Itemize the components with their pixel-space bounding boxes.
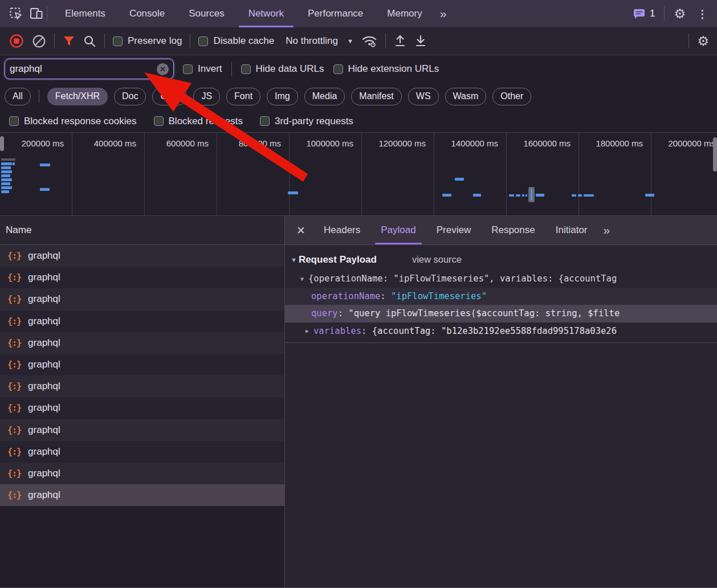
timeline-right-handle[interactable]	[713, 137, 717, 172]
json-icon: {:}	[7, 316, 21, 326]
request-row[interactable]: {:}graphql	[0, 354, 284, 375]
preserve-log-checkbox[interactable]: Preserve log	[113, 35, 182, 47]
clear-filter-icon[interactable]: ✕	[157, 63, 169, 75]
tab-memory[interactable]: Memory	[375, 0, 434, 27]
tab-elements[interactable]: Elements	[53, 0, 117, 27]
filter-chip-css[interactable]: CSS	[152, 88, 187, 105]
invert-checkbox[interactable]: Invert	[183, 63, 222, 75]
clear-network-log-icon[interactable]	[32, 34, 46, 48]
payload-row-variables[interactable]: ▶ variables: {accountTag: "b12e3b2192ee5…	[285, 322, 717, 340]
tab-initiator[interactable]: Initiator	[545, 216, 598, 244]
filter-chip-all[interactable]: All	[5, 88, 31, 105]
request-name: graphql	[28, 250, 60, 262]
blocked-response-cookies-checkbox[interactable]: Blocked response cookies	[9, 116, 137, 127]
timeline-tick: 2000000 ms	[651, 133, 717, 215]
export-har-icon[interactable]	[414, 34, 427, 48]
settings-gear-icon[interactable]: ⚙	[674, 7, 686, 21]
timeline-request-bar	[1, 166, 11, 169]
tab-network[interactable]: Network	[237, 0, 296, 27]
close-icon[interactable]: ✕	[288, 224, 313, 237]
timeline-tick: 1400000 ms	[434, 133, 507, 215]
checkbox	[183, 64, 193, 74]
timeline-request-bar	[516, 194, 520, 197]
throttling-select[interactable]: No throttling ▼	[286, 35, 353, 47]
timeline-request-bar	[536, 194, 544, 197]
main-split: Name {:}graphql{:}graphql{:}graphql{:}gr…	[0, 216, 717, 588]
payload-row-query[interactable]: query: "query ipFlowTimeseries($accountT…	[285, 305, 717, 322]
payload-root-row[interactable]: ▼ {operationName: "ipFlowTimeseries", va…	[285, 270, 717, 288]
third-party-requests-checkbox[interactable]: 3rd-party requests	[260, 116, 353, 127]
json-icon: {:}	[7, 251, 21, 261]
timeline-request-bar	[509, 194, 514, 197]
tab-payload[interactable]: Payload	[370, 216, 426, 244]
filter-chip-img[interactable]: Img	[267, 88, 298, 105]
timeline-tick: 800000 ms	[217, 133, 290, 215]
hide-extension-urls-checkbox[interactable]: Hide extension URLs	[333, 63, 439, 75]
request-name: graphql	[28, 272, 60, 283]
blocked-requests-checkbox[interactable]: Blocked requests	[154, 116, 243, 127]
request-name: graphql	[28, 337, 60, 349]
json-icon: {:}	[7, 468, 21, 479]
network-settings-gear-icon[interactable]: ⚙	[697, 35, 709, 48]
more-details-tabs-icon[interactable]: »	[597, 223, 614, 237]
filter-funnel-icon[interactable]	[63, 35, 75, 47]
request-row[interactable]: {:}graphql	[0, 332, 284, 354]
tab-response[interactable]: Response	[481, 216, 545, 244]
more-tabs-icon[interactable]: »	[434, 7, 451, 21]
search-icon[interactable]	[83, 35, 96, 48]
network-conditions-icon[interactable]	[361, 34, 377, 48]
issues-counter[interactable]: 1	[633, 8, 655, 20]
filter-chip-wasm[interactable]: Wasm	[445, 88, 487, 105]
filter-chip-fetch-xhr[interactable]: Fetch/XHR	[47, 88, 108, 105]
payload-row-operationname[interactable]: operationName: "ipFlowTimeseries"	[285, 288, 717, 305]
filter-chip-other[interactable]: Other	[492, 88, 531, 105]
tab-console[interactable]: Console	[117, 0, 177, 27]
filter-input[interactable]	[10, 63, 157, 75]
filter-chip-js[interactable]: JS	[193, 88, 220, 105]
request-row[interactable]: {:}graphql	[0, 463, 284, 484]
timeline-request-bar	[1, 178, 12, 181]
request-row[interactable]: {:}graphql	[0, 484, 284, 506]
request-name: graphql	[28, 468, 60, 479]
request-row[interactable]: {:}graphql	[0, 419, 284, 441]
json-icon: {:}	[7, 403, 21, 413]
timeline-request-bar	[1, 186, 12, 189]
filter-chip-media[interactable]: Media	[304, 88, 345, 105]
request-row[interactable]: {:}graphql	[0, 397, 284, 419]
filter-chip-manifest[interactable]: Manifest	[351, 88, 401, 105]
request-row[interactable]: {:}graphql	[0, 375, 284, 397]
request-row[interactable]: {:}graphql	[0, 267, 284, 288]
name-column-header[interactable]: Name	[0, 216, 284, 245]
import-har-icon[interactable]	[394, 34, 406, 48]
filter-chip-ws[interactable]: WS	[408, 88, 439, 105]
tab-headers[interactable]: Headers	[313, 216, 370, 244]
request-row[interactable]: {:}graphql	[0, 288, 284, 310]
timeline-request-bar	[645, 194, 654, 197]
network-overview-timeline[interactable]: 200000 ms400000 ms600000 ms800000 ms1000…	[0, 132, 717, 216]
tab-preview[interactable]: Preview	[426, 216, 481, 244]
timeline-tick: 400000 ms	[72, 133, 145, 215]
record-icon[interactable]	[9, 34, 24, 48]
filter-input-wrap: ✕	[5, 59, 174, 79]
filter-chip-font[interactable]: Font	[226, 88, 260, 105]
tab-sources[interactable]: Sources	[177, 0, 236, 27]
tab-performance[interactable]: Performance	[296, 0, 375, 27]
inspect-element-icon[interactable]	[6, 0, 26, 27]
device-toolbar-icon[interactable]	[26, 0, 47, 27]
json-icon: {:}	[7, 381, 21, 391]
request-row[interactable]: {:}graphql	[0, 245, 284, 267]
timeline-request-bar	[1, 162, 12, 165]
request-row[interactable]: {:}graphql	[0, 311, 284, 332]
kebab-menu-icon[interactable]: ⋮	[695, 7, 710, 21]
request-payload-header[interactable]: ▼ Request Payload view source	[285, 249, 717, 270]
hide-data-urls-checkbox[interactable]: Hide data URLs	[241, 63, 324, 75]
network-toolbar: Preserve log Disable cache No throttling…	[0, 27, 717, 55]
request-row[interactable]: {:}graphql	[0, 441, 284, 463]
filter-row: ✕ Invert Hide data URLs Hide extension U…	[0, 55, 717, 83]
panel-tabs: Elements Console Sources Network Perform…	[53, 0, 434, 27]
view-source-link[interactable]: view source	[412, 254, 462, 265]
timeline-left-handle[interactable]	[0, 136, 4, 151]
timeline-request-bar	[1, 170, 12, 173]
filter-chip-doc[interactable]: Doc	[114, 88, 146, 105]
disable-cache-checkbox[interactable]: Disable cache	[198, 35, 274, 47]
